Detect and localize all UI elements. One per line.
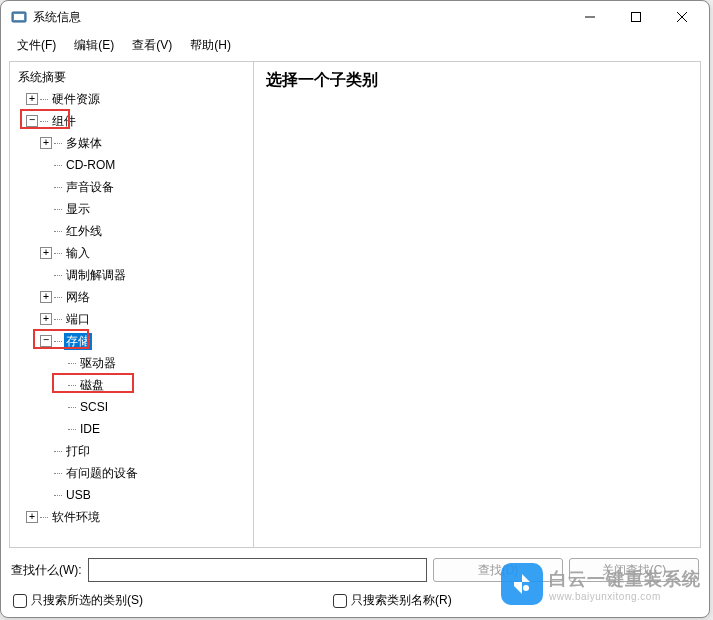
tree-connector [54,209,62,210]
spacer [40,181,52,193]
tree-item-components[interactable]: 组件 [12,110,251,132]
tree-label: 网络 [64,289,92,306]
menu-view[interactable]: 查看(V) [124,35,180,56]
close-find-button[interactable]: 关闭查找(C) [569,558,699,582]
close-button[interactable] [659,2,705,32]
expand-icon[interactable] [26,511,38,523]
titlebar: 系统信息 [1,1,709,33]
tree-connector [54,187,62,188]
tree-connector [54,143,62,144]
find-button[interactable]: 查找(D) [433,558,563,582]
tree-label: IDE [78,422,102,436]
tree-item-hardware[interactable]: 硬件资源 [12,88,251,110]
tree-connector [54,297,62,298]
tree-connector [54,319,62,320]
tree-item-network[interactable]: 网络 [12,286,251,308]
tree-item-storage[interactable]: 存储 [12,330,251,352]
expand-icon[interactable] [26,93,38,105]
tree-label: 红外线 [64,223,104,240]
spacer [54,357,66,369]
tree-label: 软件环境 [50,509,102,526]
checkbox-icon [333,594,347,608]
tree-item-software[interactable]: 软件环境 [12,506,251,528]
menu-file[interactable]: 文件(F) [9,35,64,56]
tree-item-usb[interactable]: USB [12,484,251,506]
tree-label: 打印 [64,443,92,460]
tree-connector [68,429,76,430]
tree-connector [54,253,62,254]
tree-item-sound[interactable]: 声音设备 [12,176,251,198]
tree-item-printing[interactable]: 打印 [12,440,251,462]
expand-icon[interactable] [40,137,52,149]
titlebar-controls [567,2,705,32]
tree-item-problem[interactable]: 有问题的设备 [12,462,251,484]
tree-item-drives[interactable]: 驱动器 [12,352,251,374]
tree-connector [54,275,62,276]
search-label: 查找什么(W): [11,562,82,579]
tree-label: USB [64,488,93,502]
search-input[interactable] [88,558,427,582]
spacer [40,445,52,457]
tree-connector [68,385,76,386]
expand-icon[interactable] [40,313,52,325]
tree-connector [54,231,62,232]
maximize-button[interactable] [613,2,659,32]
collapse-icon[interactable] [26,115,38,127]
tree-item-infrared[interactable]: 红外线 [12,220,251,242]
tree-label: CD-ROM [64,158,117,172]
tree-panel[interactable]: 系统摘要 硬件资源 组件 多媒体 CD-ROM 声音设备 [10,62,254,547]
checkbox-only-names[interactable]: 只搜索类别名称(R) [333,592,452,609]
search-row: 查找什么(W): 查找(D) 关闭查找(C) [11,558,699,582]
spacer [54,423,66,435]
app-icon [11,9,27,25]
tree-connector [54,495,62,496]
checkbox-only-selected[interactable]: 只搜索所选的类别(S) [13,592,143,609]
tree-label: 调制解调器 [64,267,128,284]
spacer [40,203,52,215]
content-area: 系统摘要 硬件资源 组件 多媒体 CD-ROM 声音设备 [9,61,701,548]
detail-panel: 选择一个子类别 [254,62,700,547]
checkbox-icon [13,594,27,608]
tree-label: 系统摘要 [16,69,68,86]
tree-connector [40,517,48,518]
tree-connector [68,363,76,364]
tree-label: 驱动器 [78,355,118,372]
tree-connector [68,407,76,408]
svg-rect-1 [14,14,24,20]
tree-label: 有问题的设备 [64,465,140,482]
tree-label: 多媒体 [64,135,104,152]
menu-edit[interactable]: 编辑(E) [66,35,122,56]
tree-label: 磁盘 [78,377,106,394]
tree-label: 组件 [50,113,78,130]
tree-item-ide[interactable]: IDE [12,418,251,440]
detail-heading: 选择一个子类别 [266,70,688,91]
expand-icon[interactable] [40,247,52,259]
tree-item-ports[interactable]: 端口 [12,308,251,330]
tree-connector [54,473,62,474]
tree-item-display[interactable]: 显示 [12,198,251,220]
window: 系统信息 文件(F) 编辑(E) 查看(V) 帮助(H) 系统摘要 硬件资源 [0,0,710,618]
expand-icon[interactable] [40,291,52,303]
tree-item-summary[interactable]: 系统摘要 [12,66,251,88]
minimize-button[interactable] [567,2,613,32]
tree-item-multimedia[interactable]: 多媒体 [12,132,251,154]
tree-label: SCSI [78,400,110,414]
tree-item-cdrom[interactable]: CD-ROM [12,154,251,176]
search-area: 查找什么(W): 查找(D) 关闭查找(C) 只搜索所选的类别(S) 只搜索类别… [1,552,709,617]
tree-item-disks[interactable]: 磁盘 [12,374,251,396]
spacer [40,269,52,281]
menu-help[interactable]: 帮助(H) [182,35,239,56]
spacer [40,159,52,171]
spacer [54,379,66,391]
menubar: 文件(F) 编辑(E) 查看(V) 帮助(H) [1,33,709,57]
tree-label: 显示 [64,201,92,218]
tree-label: 硬件资源 [50,91,102,108]
tree-item-scsi[interactable]: SCSI [12,396,251,418]
spacer [54,401,66,413]
tree-connector [40,121,48,122]
tree-item-modem[interactable]: 调制解调器 [12,264,251,286]
window-title: 系统信息 [33,9,567,26]
tree-item-input[interactable]: 输入 [12,242,251,264]
tree-connector [54,165,62,166]
collapse-icon[interactable] [40,335,52,347]
